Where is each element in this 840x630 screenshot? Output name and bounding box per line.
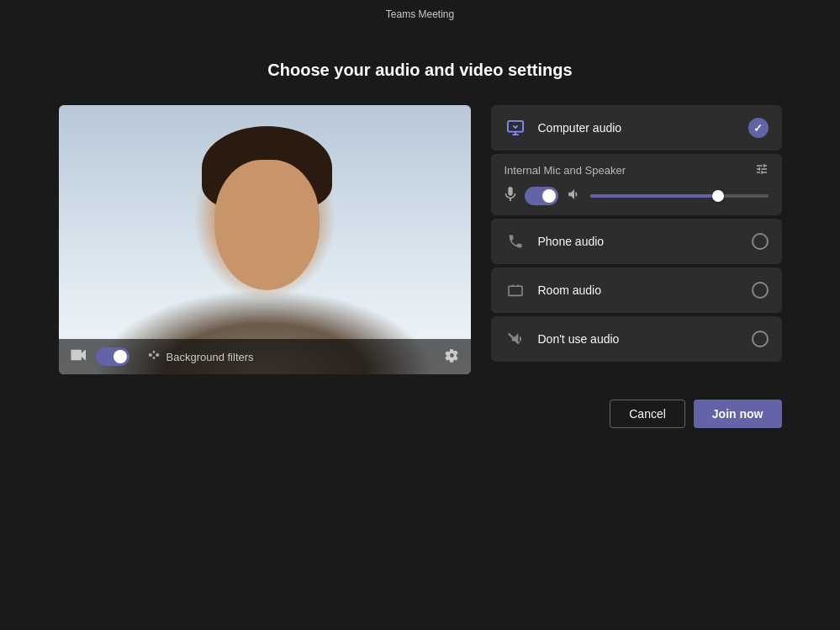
no-audio-radio	[752, 331, 769, 347]
bottom-actions: Cancel Join now	[59, 400, 782, 428]
phone-audio-option[interactable]: Phone audio	[491, 219, 782, 264]
join-now-button[interactable]: Join now	[694, 400, 782, 428]
svg-rect-4	[507, 121, 522, 132]
camera-icon	[71, 349, 86, 364]
mic-row-header: Internal Mic and Speaker	[505, 162, 769, 178]
room-audio-option[interactable]: Room audio	[491, 267, 782, 313]
bg-filters-button[interactable]: Background filters	[146, 349, 254, 364]
room-audio-icon	[505, 279, 526, 301]
computer-audio-icon	[505, 117, 526, 139]
title-bar: Teams Meeting	[0, 0, 840, 27]
no-audio-icon	[505, 328, 526, 350]
no-audio-label: Don't use audio	[538, 332, 740, 346]
mic-controls	[505, 187, 769, 205]
internal-mic-row: Internal Mic and Speaker	[491, 154, 782, 215]
svg-rect-5	[509, 286, 522, 295]
room-audio-label: Room audio	[538, 283, 740, 297]
settings-icon[interactable]	[445, 348, 459, 366]
no-audio-option[interactable]: Don't use audio	[491, 316, 782, 362]
bg-filters-icon	[146, 349, 161, 364]
svg-point-3	[152, 357, 155, 359]
title-text: Teams Meeting	[386, 8, 454, 20]
slider-fill	[590, 194, 719, 198]
video-controls-bar: Background filters	[59, 339, 471, 374]
mic-icon	[505, 187, 516, 205]
camera-toggle[interactable]	[96, 347, 129, 366]
video-preview	[59, 105, 471, 374]
volume-slider[interactable]	[590, 194, 769, 198]
settings-panel: Computer audio Internal Mic and Speaker	[491, 105, 782, 363]
mic-toggle[interactable]	[525, 187, 558, 205]
computer-audio-option[interactable]: Computer audio	[491, 105, 782, 151]
phone-audio-icon	[505, 230, 526, 252]
volume-slider-container	[567, 188, 769, 204]
svg-point-1	[152, 351, 155, 353]
bg-filters-label: Background filters	[166, 351, 254, 363]
svg-point-0	[148, 353, 151, 357]
cancel-button[interactable]: Cancel	[610, 400, 685, 428]
person-image	[59, 105, 471, 374]
page-title: Choose your audio and video settings	[267, 61, 572, 80]
phone-audio-radio	[752, 233, 769, 250]
phone-audio-label: Phone audio	[538, 235, 740, 248]
room-audio-radio	[752, 282, 769, 299]
computer-audio-label: Computer audio	[538, 121, 737, 135]
video-panel: Background filters	[59, 105, 471, 374]
speaker-icon	[567, 188, 582, 204]
content-area: Background filters Computer audio	[59, 105, 782, 374]
tune-icon[interactable]	[755, 162, 769, 178]
computer-audio-check	[748, 118, 769, 138]
internal-mic-label: Internal Mic and Speaker	[505, 164, 626, 177]
svg-point-2	[156, 353, 159, 357]
slider-thumb	[712, 190, 724, 202]
